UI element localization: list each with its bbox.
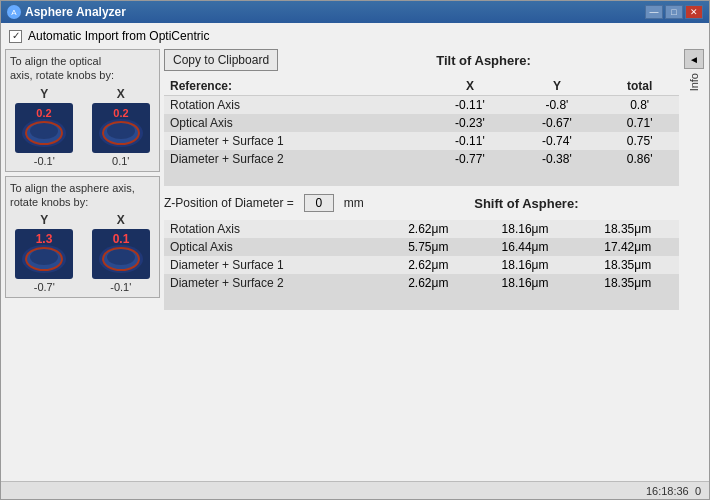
shift-title: Shift of Asphere: [374, 196, 679, 211]
tilt-y-cell: -0.38' [513, 150, 600, 168]
z-position-label: Z-Position of Diameter = [164, 196, 294, 210]
tilt-ref-cell: Diameter + Surface 1 [164, 132, 426, 150]
shift-y-cell: 18.16μm [474, 220, 577, 238]
info-panel: ◄ Info [683, 49, 705, 477]
right-inner: Copy to Clipboard Tilt of Asphere: Refer… [164, 49, 705, 477]
left-panel: To align the optical axis, rotate knobs … [5, 49, 160, 477]
info-arrow-button[interactable]: ◄ [684, 49, 704, 69]
knob-top-y-label: Y [40, 87, 48, 101]
knob-bottom-x-label: X [117, 213, 125, 227]
svg-point-15 [30, 249, 58, 265]
shift-x-cell: 5.75μm [383, 238, 474, 256]
shift-table-row: Rotation Axis 2.62μm 18.16μm 18.35μm [164, 220, 679, 238]
tilt-table-row: Rotation Axis -0.11' -0.8' 0.8' [164, 96, 679, 115]
maximize-button[interactable]: □ [665, 5, 683, 19]
shift-total-cell: 17.42μm [576, 238, 679, 256]
shift-y-cell: 18.16μm [474, 274, 577, 292]
z-position-unit: mm [344, 196, 364, 210]
top-row-btns: Copy to Clipboard Tilt of Asphere: [164, 49, 679, 71]
shift-ref-cell: Diameter + Surface 1 [164, 256, 383, 274]
tilt-header-x: X [426, 77, 513, 96]
knob-bottom-y-visual: 1.3 [15, 229, 73, 279]
tilt-table-row: Optical Axis -0.23' -0.67' 0.71' [164, 114, 679, 132]
knob-bottom-row: Y 1.3 -0. [10, 213, 155, 293]
tilt-header-y: Y [513, 77, 600, 96]
svg-point-9 [107, 123, 135, 139]
tilt-ref-cell: Optical Axis [164, 114, 426, 132]
shift-x-cell: 2.62μm [383, 274, 474, 292]
shift-table: Rotation Axis 2.62μm 18.16μm 18.35μm Opt… [164, 220, 679, 310]
svg-text:1.3: 1.3 [36, 232, 53, 246]
knob-box-top: To align the optical axis, rotate knobs … [5, 49, 160, 172]
tilt-x-cell: -0.23' [426, 114, 513, 132]
title-buttons: — □ ✕ [645, 5, 703, 19]
tilt-total-cell: 0.8' [600, 96, 679, 115]
knob-bottom-y: Y 1.3 -0. [10, 213, 79, 293]
tilt-total-cell: 0.86' [600, 150, 679, 168]
knob-bottom-y-bottom: -0.7' [34, 281, 55, 293]
tilt-ref-cell: Diameter + Surface 2 [164, 150, 426, 168]
shift-table-row: Diameter + Surface 1 2.62μm 18.16μm 18.3… [164, 256, 679, 274]
tilt-empty-row [164, 168, 679, 186]
shift-ref-cell: Optical Axis [164, 238, 383, 256]
shift-empty-row [164, 292, 679, 310]
shift-y-cell: 16.44μm [474, 238, 577, 256]
shift-total-cell: 18.35μm [576, 220, 679, 238]
status-bar: 16:18:36 0 [1, 481, 709, 499]
tilt-x-cell: -0.77' [426, 150, 513, 168]
tilt-y-cell: -0.74' [513, 132, 600, 150]
info-label: Info [688, 73, 700, 91]
tilt-title: Tilt of Asphere: [288, 53, 679, 68]
shift-x-cell: 2.62μm [383, 256, 474, 274]
shift-ref-cell: Rotation Axis [164, 220, 383, 238]
shift-ref-cell: Diameter + Surface 2 [164, 274, 383, 292]
knob-bottom-description: To align the asphere axis, rotate knobs … [10, 181, 155, 210]
knob-top-x-visual: 0.2 [92, 103, 150, 153]
knob-bottom-x-visual: 0.1 [92, 229, 150, 279]
auto-import-bar: Automatic Import from OptiCentric [5, 27, 705, 45]
tilt-header-total: total [600, 77, 679, 96]
status-time: 16:18:36 0 [646, 485, 701, 497]
shift-x-cell: 2.62μm [383, 220, 474, 238]
svg-text:0.2: 0.2 [37, 107, 52, 119]
z-position-input[interactable] [304, 194, 334, 212]
auto-import-label: Automatic Import from OptiCentric [28, 29, 209, 43]
auto-import-checkbox[interactable] [9, 30, 22, 43]
tilt-y-cell: -0.8' [513, 96, 600, 115]
tilt-y-cell: -0.67' [513, 114, 600, 132]
minimize-button[interactable]: — [645, 5, 663, 19]
knob-bottom-x-bottom: -0.1' [110, 281, 131, 293]
main-row: To align the optical axis, rotate knobs … [5, 49, 705, 477]
knob-top-x-label: X [117, 87, 125, 101]
tilt-total-cell: 0.75' [600, 132, 679, 150]
knob-top-description: To align the optical axis, rotate knobs … [10, 54, 155, 83]
close-button[interactable]: ✕ [685, 5, 703, 19]
right-panel: Copy to Clipboard Tilt of Asphere: Refer… [164, 49, 705, 477]
tilt-total-cell: 0.71' [600, 114, 679, 132]
knob-bottom-y-label: Y [40, 213, 48, 227]
copy-to-clipboard-button[interactable]: Copy to Clipboard [164, 49, 278, 71]
tilt-x-cell: -0.11' [426, 96, 513, 115]
tilt-table: Reference: X Y total Rotation Axis -0.11… [164, 77, 679, 186]
title-bar: A Asphere Analyzer — □ ✕ [1, 1, 709, 23]
knob-top-x-bottom: 0.1' [112, 155, 129, 167]
tilt-table-row: Diameter + Surface 1 -0.11' -0.74' 0.75' [164, 132, 679, 150]
knob-top-y-bottom: -0.1' [34, 155, 55, 167]
shift-table-row: Optical Axis 5.75μm 16.44μm 17.42μm [164, 238, 679, 256]
knob-top-y-visual: 0.2 [15, 103, 73, 153]
tilt-header-ref: Reference: [164, 77, 426, 96]
knob-top-x: X 0.2 0.1 [87, 87, 156, 167]
shift-table-row: Diameter + Surface 2 2.62μm 18.16μm 18.3… [164, 274, 679, 292]
knob-box-bottom: To align the asphere axis, rotate knobs … [5, 176, 160, 299]
shift-total-cell: 18.35μm [576, 256, 679, 274]
svg-text:0.2: 0.2 [113, 107, 128, 119]
data-panel: Copy to Clipboard Tilt of Asphere: Refer… [164, 49, 679, 477]
title-bar-left: A Asphere Analyzer [7, 5, 126, 19]
svg-text:0.1: 0.1 [112, 232, 129, 246]
content-area: Automatic Import from OptiCentric To ali… [1, 23, 709, 481]
tilt-ref-cell: Rotation Axis [164, 96, 426, 115]
svg-point-3 [30, 123, 58, 139]
knob-top-row: Y 0.2 -0. [10, 87, 155, 167]
main-window: A Asphere Analyzer — □ ✕ Automatic Impor… [0, 0, 710, 500]
tilt-x-cell: -0.11' [426, 132, 513, 150]
